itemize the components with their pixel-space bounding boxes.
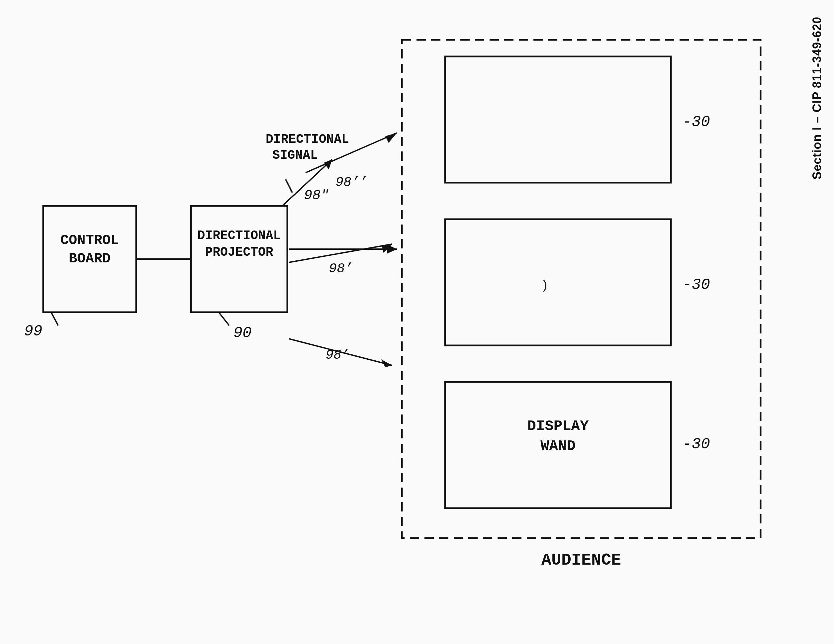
arrow-mid-label: 98’: [329, 261, 353, 276]
display-box-top: [445, 57, 671, 183]
dir-signal-label2: SIGNAL: [272, 148, 318, 162]
display-wand-line1: DISPLAY: [527, 418, 589, 434]
audience-label: AUDIENCE: [541, 551, 621, 570]
proj-tick: [219, 313, 229, 325]
signal98-ref-top: 98″: [304, 188, 329, 204]
display-box-mid-label: -30: [682, 276, 710, 294]
arrow-top-head: [385, 133, 397, 143]
control-board-label-line2: BOARD: [69, 251, 111, 267]
signal98-tick: [286, 180, 292, 193]
control-board-ref: 99: [24, 323, 42, 340]
display-box-mid: [445, 219, 671, 345]
arrow-bot-label: 98’: [325, 348, 349, 363]
dir-proj-label-line1: DIRECTIONAL: [198, 228, 281, 243]
display-box-mid-mark: ): [541, 279, 548, 293]
arrow-mid-diag: [289, 244, 392, 262]
proj-ref: 90: [233, 325, 251, 342]
dir-signal-label1: DIRECTIONAL: [266, 132, 349, 146]
display-wand-line2: WAND: [540, 438, 575, 455]
diagram-svg: CONTROL BOARD 99 DIRECTIONAL PROJECTOR 9…: [0, 0, 834, 644]
display-box-bot-label: -30: [682, 436, 710, 453]
display-box-top-label: -30: [682, 113, 710, 131]
page: Section I – CIP 811-349-620 CONTROL BOAR…: [0, 0, 834, 644]
dir-proj-label-line2: PROJECTOR: [205, 245, 273, 259]
control-board-tick: [52, 313, 58, 325]
arrow-top-label: 98’’: [335, 175, 367, 190]
control-board-label-line1: CONTROL: [60, 233, 119, 248]
